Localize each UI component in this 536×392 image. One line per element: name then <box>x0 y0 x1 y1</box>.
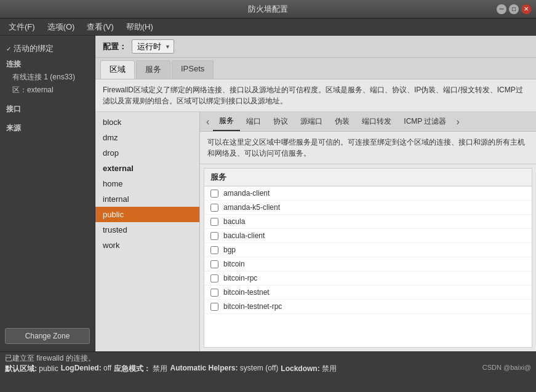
service-checkbox-bitcoin-testnet[interactable] <box>210 289 218 297</box>
service-item-amanda-k5-client: amanda-k5-client <box>204 201 532 215</box>
zone-item-work[interactable]: work <box>95 238 199 253</box>
zone-item-dmz[interactable]: dmz <box>95 130 199 145</box>
service-item-bitcoin: bitcoin <box>204 257 532 271</box>
menu-file[interactable]: 文件(F) <box>2 19 41 35</box>
menu-help[interactable]: 帮助(H) <box>120 19 159 35</box>
tab-zone[interactable]: 区域 <box>100 60 135 79</box>
sidebar: ✓ 活动的绑定 连接 有线连接 1 (ens33) 区：external 接口 … <box>0 36 95 351</box>
service-list-header: 服务 <box>204 169 532 186</box>
sidebar-connection-item[interactable]: 有线连接 1 (ens33) <box>2 71 92 84</box>
service-checkbox-amanda-k5-client[interactable] <box>210 204 218 212</box>
service-checkbox-bitcoin[interactable] <box>210 260 218 268</box>
zone-item-internal[interactable]: internal <box>95 191 199 207</box>
sidebar-source-label: 来源 <box>2 121 92 135</box>
minimize-button[interactable]: ─ <box>497 4 506 14</box>
service-label-amanda-k5-client: amanda-k5-client <box>223 203 280 212</box>
service-list-container: 服务 amanda-client amanda-k5-client bacula <box>204 168 532 348</box>
service-tabs-next[interactable]: › <box>452 114 463 130</box>
service-tab-protocol[interactable]: 协议 <box>267 113 294 130</box>
menu-options[interactable]: 选项(O) <box>41 19 81 35</box>
service-checkbox-amanda-client[interactable] <box>210 190 218 198</box>
service-item-amanda-client: amanda-client <box>204 186 532 201</box>
service-item-bgp: bgp <box>204 243 532 257</box>
service-description: 可以在这里定义区域中哪些服务是可信的。可连接至绑定到这个区域的连接、接口和源的所… <box>200 132 536 164</box>
service-item-bitcoin-rpc: bitcoin-rpc <box>204 271 532 286</box>
service-checkbox-bitcoin-rpc[interactable] <box>210 274 218 282</box>
config-select[interactable]: 运行时 永久 <box>132 39 174 54</box>
service-label-bitcoin-testnet: bitcoin-testnet <box>223 288 270 297</box>
zone-item-public[interactable]: public <box>95 207 199 222</box>
service-label-bitcoin-rpc: bitcoin-rpc <box>223 274 257 282</box>
service-tab-services[interactable]: 服务 <box>213 112 240 131</box>
sidebar-zone-item[interactable]: 区：external <box>2 84 92 97</box>
service-label-bacula: bacula <box>223 217 245 226</box>
service-item-bacula-client: bacula-client <box>204 229 532 243</box>
zone-item-block[interactable]: block <box>95 114 199 130</box>
service-panel: ‹ 服务 端口 协议 源端口 伪装 端口转发 ICMP 过滤器 › 可以在这里定… <box>200 112 536 351</box>
window-controls: ─ □ ✕ <box>497 4 531 14</box>
service-label-bitcoin: bitcoin <box>223 260 245 268</box>
status-line1: 已建立至 firewalld 的连接。 <box>5 353 531 364</box>
service-checkbox-bacula[interactable] <box>210 218 218 226</box>
menu-view[interactable]: 查看(V) <box>81 19 119 35</box>
zone-list: block dmz drop external home internal pu… <box>95 112 200 351</box>
sidebar-bottom: Change Zone <box>2 326 92 346</box>
main-tabs: 区域 服务 IPSets <box>95 58 536 79</box>
service-tabs-bar: ‹ 服务 端口 协议 源端口 伪装 端口转发 ICMP 过滤器 › <box>200 112 536 132</box>
collapse-arrow-icon: ✓ <box>6 46 11 52</box>
service-tab-sourceport[interactable]: 源端口 <box>294 113 329 130</box>
config-label: 配置： <box>103 41 127 52</box>
service-label-bacula-client: bacula-client <box>223 231 265 240</box>
service-tab-icmp[interactable]: ICMP 过滤器 <box>398 113 452 130</box>
service-item-bitcoin-testnet-rpc: bitcoin-testnet-rpc <box>204 300 532 314</box>
sidebar-active-binding[interactable]: ✓ 活动的绑定 <box>2 41 92 57</box>
zone-item-home[interactable]: home <box>95 176 199 191</box>
service-label-bitcoin-testnet-rpc: bitcoin-testnet-rpc <box>223 302 282 311</box>
content-panel: 配置： 运行时 永久 区域 服务 IPSets FirewallD区域定义了绑定… <box>95 36 536 351</box>
zone-item-external[interactable]: external <box>95 161 199 176</box>
tab-ipsets[interactable]: IPSets <box>172 60 214 79</box>
close-button[interactable]: ✕ <box>521 4 531 14</box>
status-right-text: CSDN @baixi@ <box>482 364 531 374</box>
zone-content: block dmz drop external home internal pu… <box>95 112 536 351</box>
statusbar: 已建立至 firewalld 的连接。 默认区域: public LogDeni… <box>0 351 536 375</box>
tab-services[interactable]: 服务 <box>136 60 170 79</box>
service-tabs-prev[interactable]: ‹ <box>202 114 213 130</box>
change-zone-button[interactable]: Change Zone <box>5 328 90 344</box>
config-select-wrapper[interactable]: 运行时 永久 <box>132 39 174 54</box>
sidebar-connections-label: 连接 <box>2 57 92 71</box>
status-lockdown-label: Lockdown: 禁用 <box>281 364 337 374</box>
status-default-zone-label: 默认区域: public <box>5 364 58 374</box>
service-checkbox-bgp[interactable] <box>210 246 218 254</box>
status-helpers-label: Automatic Helpers: system (off) <box>170 364 279 374</box>
service-item-bacula: bacula <box>204 215 532 229</box>
service-checkbox-bacula-client[interactable] <box>210 232 218 240</box>
menubar: 文件(F) 选项(O) 查看(V) 帮助(H) <box>0 18 536 36</box>
service-item-bitcoin-testnet: bitcoin-testnet <box>204 286 532 300</box>
zone-item-trusted[interactable]: trusted <box>95 222 199 238</box>
titlebar: 防火墙配置 ─ □ ✕ <box>0 0 536 18</box>
zone-description: FirewallD区域定义了绑定的网络连接、接口以及源地址的可信程度。区域是服务… <box>95 79 536 112</box>
maximize-button[interactable]: □ <box>509 4 519 14</box>
status-logdenied-label: LogDenied: off <box>61 364 111 374</box>
status-line2: 默认区域: public LogDenied: off 应急模式： 禁用 Aut… <box>5 364 531 374</box>
service-label-bgp: bgp <box>223 246 236 254</box>
service-checkbox-bitcoin-testnet-rpc[interactable] <box>210 303 218 311</box>
service-tab-masquerade[interactable]: 伪装 <box>329 113 356 130</box>
sidebar-interface-label: 接口 <box>2 102 92 116</box>
service-label-amanda-client: amanda-client <box>223 189 270 198</box>
zone-item-drop[interactable]: drop <box>95 145 199 161</box>
service-tab-ports[interactable]: 端口 <box>240 113 267 130</box>
status-emergency-label: 应急模式： 禁用 <box>114 364 167 374</box>
main-layout: ✓ 活动的绑定 连接 有线连接 1 (ens33) 区：external 接口 … <box>0 36 536 351</box>
config-bar: 配置： 运行时 永久 <box>95 36 536 58</box>
window-title: 防火墙配置 <box>248 4 288 15</box>
service-tab-portforward[interactable]: 端口转发 <box>356 113 398 130</box>
sidebar-section-label: 活动的绑定 <box>14 43 54 54</box>
